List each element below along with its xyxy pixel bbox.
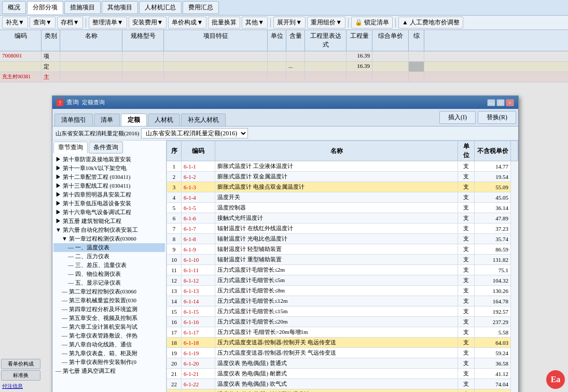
tab-rencaiji[interactable]: 人材机汇总 (139, 1, 182, 14)
tree-item[interactable]: ▶ 第五册 建筑智能化工程 (53, 217, 165, 226)
toolbar-rengjia[interactable]: ▲ 人工费地市价调整 (398, 17, 463, 29)
tab-cuoshi[interactable]: 措施项目 (64, 1, 101, 14)
tree-item[interactable]: — 第七册 通风空调工程 (53, 367, 165, 375)
tree-item[interactable]: ▶ 第十三章配线工程 (030411) (53, 181, 165, 190)
tab-feiyong[interactable]: 费用汇总 (183, 1, 219, 14)
table-row[interactable]: 4 6-1-4 温度开关 支 45.05 (167, 192, 518, 203)
table-row[interactable]: 22 6-1-22 温度仪表 热电偶(阻) 吹气式 支 74.04 (167, 379, 518, 389)
tree-item[interactable]: ▶ 第十四章照明器具安装工程 (53, 190, 165, 199)
modal-body: 章节查询 条件查询 ▶ 第十章防雷及接地装置安装▶ 第十一章10kV以下架空电▶… (52, 141, 518, 392)
tab-rencaiji[interactable]: 人材机 (148, 114, 180, 126)
tree-item[interactable]: — 一、温度仪表 (53, 243, 165, 252)
table-row[interactable]: 2 6-1-2 膨胀式温度计 双金属温度计 支 19.54 (167, 172, 518, 182)
cell-seq: 20 (167, 358, 182, 369)
tree-item[interactable]: ▶ 第十六章电气设备调试工程 (53, 208, 165, 217)
table-row[interactable]: 20 6-1-20 温度仪表 热电偶(阻) 普通式 支 36.58 (167, 358, 518, 369)
table-row[interactable]: 1 6-1-1 膨胀式温度计 工业液体温度计 支 14.77 (167, 161, 518, 172)
tree-item[interactable]: — 五、显示记录仪表 (53, 278, 165, 287)
table-row[interactable]: 14 6-1-14 压力式温度计毛细管长≤12m 支 164.78 (167, 296, 518, 306)
tree-item[interactable]: ▼ 第一章过程检测仪表(03060 (53, 234, 165, 243)
tab-dinge[interactable]: 定额 (121, 114, 147, 126)
table-row[interactable]: 6 6-1-6 接触式光纤温度计 支 47.89 (167, 213, 518, 223)
toolbar-suoding[interactable]: 🔒 锁定清单 (351, 17, 393, 29)
table-row[interactable]: 12 6-1-12 压力式温度计毛细管长≤5m 支 104.32 (167, 275, 518, 286)
modal-icon: ? (57, 99, 63, 106)
table-row[interactable]: 13 6-1-13 压力式温度计毛细管长≤8m 支 130.26 (167, 286, 518, 296)
table-row[interactable]: 5 6-1-5 温度控制器 支 36.14 (167, 203, 518, 213)
th-scrollpad (511, 141, 518, 161)
cell-code: 6-1-7 (182, 223, 215, 234)
cell-price: 192.57 (475, 306, 511, 317)
toolbar-qita[interactable]: 其他▼ (242, 17, 268, 29)
minimize-btn[interactable]: — (487, 99, 495, 106)
tab-overview[interactable]: 概况 (2, 1, 26, 14)
table-row[interactable]: 17 6-1-17 压力式温度计 毛细管长>20m每增1m 支 5.58 (167, 327, 518, 338)
tree-item[interactable]: — 四、物位检测仪表 (53, 270, 165, 278)
toolbar-zhengLi[interactable]: 整理清单▼ (89, 17, 127, 29)
cell-seq: 15 (167, 306, 182, 317)
cell-price: 35.74 (475, 234, 511, 244)
cell-seq: 5 (167, 203, 182, 213)
table-row[interactable]: 23 6-1-23 温度仪表 热电偶(阻) 油罐平均温度计 支 218.61 (167, 389, 518, 393)
tree-item[interactable]: — 第三章机械量监控装置(030 (53, 296, 165, 305)
table-row[interactable]: 8 6-1-8 辐射温度计 光电比色温度计 支 35.74 (167, 234, 518, 244)
tab-qingdan-zhiyin[interactable]: 清单指引 (54, 114, 93, 126)
close-btn[interactable]: × (506, 99, 514, 106)
toolbar-buChong[interactable]: 补充▼ (2, 17, 28, 29)
toolbar-zhongyong[interactable]: 重用组价▼ (307, 17, 345, 29)
cell-name: 压力式温度变送器/控制器/控制开关 电远传变送 (215, 338, 458, 348)
table-row[interactable]: 10 6-1-10 辐射温度计 重型辅助装置 支 131.82 (167, 255, 518, 265)
tree-item[interactable]: — 第二章过程控制仪表(03060 (53, 287, 165, 296)
table-row[interactable]: 11 6-1-11 压力式温度计毛细管长≤2m 支 75.1 (167, 265, 518, 275)
col-amount: 工程量 (347, 30, 372, 51)
tree-item[interactable]: ▶ 第十五章低压电器设备安装 (53, 199, 165, 208)
cell-name: 温度开关 (215, 192, 458, 203)
table-row[interactable]: 7 6-1-7 辐射温度计 在线红外线温度计 支 37.23 (167, 223, 518, 234)
tree-item[interactable]: ▶ 第十二章配管工程 (030411) (53, 173, 165, 181)
toolbar-pilianghuansuan[interactable]: 批量换算 (208, 17, 240, 29)
toolbar-zhankai[interactable]: 展开到▼ (273, 17, 306, 29)
tree-item[interactable]: — 第七章仪表管路敷设、伴热 (53, 331, 165, 340)
cell-name: 压力式温度计毛细管长≤20m (215, 317, 458, 327)
tree-item[interactable]: ▶ 第十一章10kV以下架空电 (53, 164, 165, 173)
table-row[interactable]: 15 6-1-15 压力式温度计毛细管长≤15m 支 192.57 (167, 306, 518, 317)
tab-other[interactable]: 其他项目 (102, 1, 138, 14)
tab-buzhong[interactable]: 补充人材机 (181, 114, 226, 126)
toolbar-anzhuang[interactable]: 安装费用▼ (129, 17, 167, 29)
dinge-select[interactable]: 山东省安装工程消耗量定额(2016) (141, 128, 248, 138)
toolbar-cunDang[interactable]: 存档▼ (57, 17, 83, 29)
tree-item[interactable]: ▶ 第十章防雷及接地装置安装 (53, 155, 165, 164)
table-row[interactable]: 3 6-1-3 膨胀式温度计 电接点双金属温度计 支 55.09 (167, 182, 518, 192)
cell-seq: 21 (167, 369, 182, 379)
results-table[interactable]: 序 编码 名称 单位 不含税单价 1 6- (167, 141, 518, 392)
chapter-search-tab[interactable]: 章节查询 (53, 142, 88, 153)
col-extra: 综 (409, 30, 424, 51)
table-row[interactable]: 18 6-1-18 压力式温度变送器/控制器/控制开关 电远传变送 支 64.0… (167, 338, 518, 348)
table-row[interactable]: 16 6-1-16 压力式温度计毛细管长≤20m 支 237.29 (167, 317, 518, 327)
condition-search-tab[interactable]: 条件查询 (89, 142, 123, 153)
maximize-btn[interactable]: □ (496, 99, 505, 106)
tree-item[interactable]: — 三、差压、流量仪表 (53, 261, 165, 270)
table-row[interactable]: 9 6-1-9 辐射温度计 轻型辅助装置 支 86.59 (167, 244, 518, 255)
replace-btn[interactable]: 替换(R) (478, 111, 516, 124)
toolbar-chaXun[interactable]: 查询▼ (30, 17, 56, 29)
cell-seq: 16 (167, 317, 182, 327)
tree-item[interactable]: — 第六章工业计算机安装与试 (53, 323, 165, 331)
cell-price: 237.29 (475, 317, 511, 327)
tree-item[interactable]: ▼ 第六册 自动化控制仪表安装工 (53, 226, 165, 234)
tree-item[interactable]: — 二、压力仪表 (53, 252, 165, 261)
cell-unit: 支 (458, 192, 475, 203)
insert-btn[interactable]: 插入(I) (439, 111, 476, 124)
toolbar-danjia[interactable]: 单价构成▼ (168, 17, 206, 29)
tree-item[interactable]: — 第十章仪表附件安装制作(0 (53, 358, 165, 367)
table-row[interactable]: 19 6-1-19 压力式温度变送器/控制器/控制开关 气远传变送 支 59.2… (167, 348, 518, 358)
tree-item[interactable]: — 第八章自动化线路、通信 (53, 340, 165, 349)
chapter-tree: ▶ 第十章防雷及接地装置安装▶ 第十一章10kV以下架空电▶ 第十二章配管工程 … (53, 155, 165, 375)
tree-item[interactable]: — 第五章安全、视频及控制系 (53, 314, 165, 323)
table-row[interactable]: 21 6-1-21 温度仪表 热电偶(阻) 耐磨式 支 41.12 (167, 369, 518, 379)
tab-fenbufenxiang[interactable]: 分部分项 (27, 1, 63, 14)
tree-item[interactable]: — 第九章仪表盘、箱、柜及附 (53, 349, 165, 358)
tab-qingdan[interactable]: 清单 (94, 114, 120, 126)
cell-price: 130.26 (475, 286, 511, 296)
tree-item[interactable]: — 第四章过程分析及环境监测 (53, 305, 165, 314)
